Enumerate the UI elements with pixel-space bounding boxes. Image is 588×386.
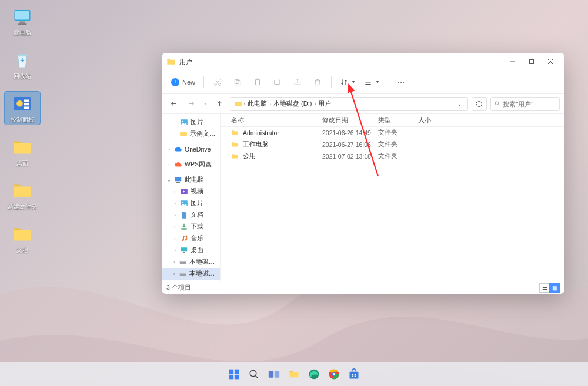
search-input[interactable] — [503, 100, 556, 108]
icons-view-button[interactable]: ▦ — [549, 283, 560, 293]
chevron-icon: › — [172, 260, 176, 265]
folder-newtmp-icon — [12, 180, 33, 202]
svg-rect-68 — [355, 376, 356, 378]
sidebar-item[interactable]: ›本地磁盘 (C:) — [162, 256, 220, 268]
nav-back-button[interactable] — [166, 97, 181, 111]
sort-button[interactable]: ▾ — [336, 73, 358, 91]
svg-rect-65 — [352, 374, 354, 375]
window-titlebar[interactable]: 用户 — [162, 53, 564, 71]
column-headers[interactable]: 名称 修改日期 类型 大小 — [220, 114, 564, 127]
details-view-button[interactable]: ☰ — [539, 283, 550, 293]
file-explorer-taskbar-icon[interactable] — [286, 366, 302, 382]
column-name[interactable]: 名称 — [231, 116, 322, 125]
delete-button[interactable] — [309, 73, 326, 91]
close-button[interactable] — [541, 53, 560, 70]
svg-rect-53 — [235, 370, 239, 374]
sidebar-item[interactable]: ⌄此电脑 — [162, 174, 220, 186]
svg-rect-16 — [236, 80, 240, 85]
sidebar-item[interactable]: ›音乐 — [162, 233, 220, 244]
table-row[interactable]: 公用2021-07-02 13:18文件夹 — [220, 150, 564, 162]
paste-button[interactable] — [249, 73, 266, 91]
nav-recent-dropdown[interactable]: ▾ — [202, 97, 209, 111]
desktop-icon-control-panel[interactable]: 控制面板 — [5, 92, 40, 125]
minimize-button[interactable] — [503, 53, 522, 70]
breadcrumb-segment[interactable]: 本地磁盘 (D:) — [272, 99, 313, 108]
search-box[interactable] — [490, 97, 560, 111]
new-button[interactable]: + New — [168, 73, 199, 91]
column-size[interactable]: 大小 — [418, 116, 446, 125]
maximize-button[interactable] — [522, 53, 541, 70]
music-icon — [180, 234, 188, 243]
downloads-icon — [180, 223, 188, 231]
sidebar-item-label: 文档 — [191, 211, 203, 219]
table-row[interactable]: 工作电脑2021-06-27 16:06文件夹 — [220, 139, 564, 150]
rename-button[interactable] — [269, 73, 286, 91]
chevron-icon: ⌄ — [166, 177, 172, 183]
desktop-icon-folder-desktop[interactable]: 桌面 — [5, 135, 40, 168]
svg-rect-55 — [235, 375, 239, 380]
nav-up-button[interactable] — [212, 97, 226, 111]
svg-point-25 — [400, 82, 402, 83]
task-view-button[interactable] — [266, 366, 282, 382]
svg-rect-52 — [229, 370, 234, 374]
desktop-icon-folder-newtmp[interactable]: 新建文件夹 — [5, 179, 40, 212]
svg-line-57 — [255, 375, 258, 378]
sidebar-item[interactable]: ›OneDrive — [162, 143, 220, 155]
folder-icon — [179, 130, 188, 138]
sidebar-item[interactable]: ›WPS网盘 — [162, 159, 220, 170]
breadcrumb-segment[interactable]: 此电脑 — [246, 99, 268, 108]
more-button[interactable] — [392, 73, 410, 91]
chevron-right-icon: › — [269, 101, 271, 107]
desktop-icons-area: 此电脑回收站控制面板桌面新建文件夹文档 — [5, 5, 40, 255]
table-row[interactable]: Administrator2021-06-26 14:49文件夹 — [220, 127, 564, 139]
folder-icon — [231, 141, 239, 148]
svg-line-28 — [498, 105, 499, 106]
cut-button[interactable] — [209, 73, 226, 91]
refresh-button[interactable] — [472, 97, 487, 111]
desktop-icon-label: 新建文件夹 — [8, 203, 37, 210]
svg-rect-20 — [275, 80, 279, 84]
column-date[interactable]: 修改日期 — [322, 116, 378, 125]
this-pc-icon — [12, 6, 33, 28]
svg-rect-9 — [24, 107, 29, 109]
sidebar-item[interactable]: ›图片 — [162, 197, 220, 209]
sidebar-item[interactable]: 示例文件夹 — [162, 128, 220, 140]
edge-taskbar-icon[interactable] — [306, 366, 322, 382]
folder-icon — [231, 153, 239, 160]
nav-forward-button[interactable] — [184, 97, 198, 111]
desktop-icon-folder-docs[interactable]: 文档 — [5, 222, 40, 255]
view-button[interactable]: ▾ — [360, 73, 382, 91]
taskbar[interactable] — [0, 362, 588, 386]
start-button[interactable] — [226, 366, 242, 382]
chevron-right-icon: › — [243, 101, 245, 107]
svg-rect-59 — [275, 371, 279, 378]
svg-rect-64 — [350, 372, 359, 379]
sidebar-item-label: 视频 — [191, 187, 203, 196]
desktop-icon-this-pc[interactable]: 此电脑 — [5, 5, 40, 38]
sidebar-item-label: 示例文件夹 — [190, 130, 218, 138]
breadcrumb-segment[interactable]: 用户 — [317, 99, 332, 108]
sidebar-item[interactable]: 图片 — [162, 116, 220, 128]
svg-rect-1 — [15, 11, 29, 20]
svg-point-63 — [333, 373, 335, 375]
column-type[interactable]: 类型 — [378, 116, 418, 125]
sidebar-item[interactable]: ›本地磁盘 (D:) — [162, 268, 220, 280]
sidebar-item[interactable]: ›桌面 — [162, 244, 220, 256]
address-dropdown-button[interactable]: ⌄ — [456, 101, 464, 107]
store-taskbar-icon[interactable] — [346, 366, 362, 382]
share-button[interactable] — [289, 73, 306, 91]
address-bar[interactable]: › 此电脑›本地磁盘 (D:)›用户 ⌄ — [230, 97, 468, 111]
sidebar-item[interactable]: ›下载 — [162, 221, 220, 233]
address-bar-row: ▾ › 此电脑›本地磁盘 (D:)›用户 ⌄ — [162, 94, 564, 114]
sidebar-item[interactable]: ›文档 — [162, 209, 220, 221]
search-icon — [495, 100, 500, 107]
file-date: 2021-06-27 16:06 — [322, 141, 378, 148]
copy-button[interactable] — [229, 73, 246, 91]
chrome-taskbar-icon[interactable] — [326, 366, 342, 382]
svg-rect-41 — [183, 252, 185, 253]
taskbar-search-button[interactable] — [246, 366, 262, 382]
sidebar-item-label: 桌面 — [191, 246, 203, 254]
toolbar-separator — [387, 76, 387, 88]
sidebar-item[interactable]: ›视频 — [162, 186, 220, 197]
desktop-icon-recycle-bin[interactable]: 回收站 — [5, 48, 40, 81]
